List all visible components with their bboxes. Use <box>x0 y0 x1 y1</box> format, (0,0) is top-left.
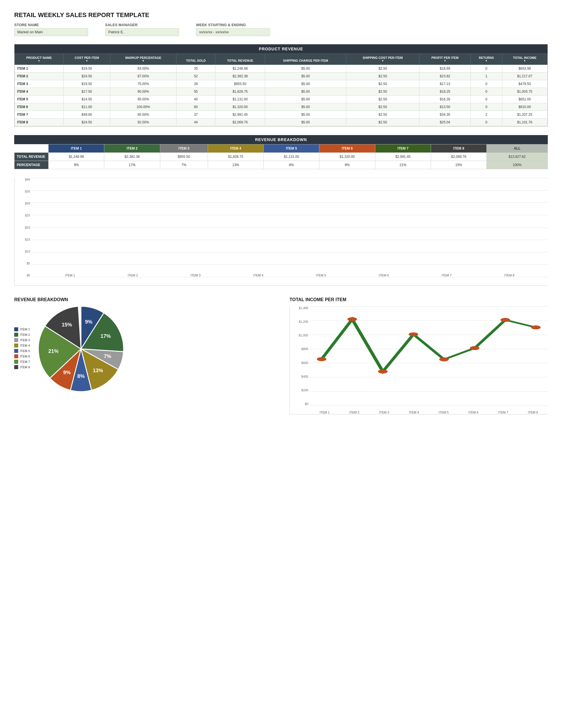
table-cell: $2.50 <box>346 65 419 73</box>
breakdown-cell: $2,382.38 <box>104 153 160 161</box>
table-cell: $1,248.98 <box>215 65 265 73</box>
pie-label: 15% <box>62 322 72 328</box>
pie-legend-item: ITEM 2 <box>14 333 30 337</box>
breakdown-all-header: ALL <box>487 144 548 153</box>
col-total-income[interactable]: TOTAL INCOME ▼ <box>502 54 547 65</box>
breakdown-cell: 9% <box>49 161 104 169</box>
grid-line <box>32 240 548 240</box>
grid-line <box>32 215 548 215</box>
bar-y-label: $20 <box>14 226 30 229</box>
table-cell: $5.00 <box>265 111 346 119</box>
line-y-label: $1,400 <box>290 306 308 310</box>
table-cell: $479.50 <box>502 80 547 88</box>
week-label: WEEK STARTING & ENDING <box>196 23 270 27</box>
pie-label: 7% <box>104 353 111 359</box>
line-x-label: ITEM 1 <box>319 411 329 414</box>
col-cost-per-item[interactable]: COST PER ITEM ▼ <box>63 54 110 65</box>
table-cell: 37 <box>177 111 215 119</box>
breakdown-item2-header: ITEM 2 <box>104 144 160 153</box>
table-cell: $23.82 <box>419 73 471 80</box>
table-cell: ITEM 1 <box>15 65 64 73</box>
table-cell: 28 <box>177 80 215 88</box>
pie-legend-color <box>14 338 18 342</box>
table-cell: $2.50 <box>346 73 419 80</box>
table-cell: $19.50 <box>63 80 110 88</box>
revenue-breakdown-table: ITEM 1 ITEM 2 ITEM 3 ITEM 4 ITEM 5 ITEM … <box>14 144 548 169</box>
sales-manager-label: SALES MANAGER <box>105 23 179 27</box>
pie-legend-item: ITEM 7 <box>14 360 30 364</box>
pie-legend-label: ITEM 7 <box>20 360 30 363</box>
pie-legend-color <box>14 327 18 331</box>
breakdown-item1-header: ITEM 1 <box>49 144 104 153</box>
grid-line <box>32 227 548 228</box>
col-product-name[interactable]: PRODUCT NAME ▼ <box>15 54 64 65</box>
breakdown-row-label: TOTAL REVENUE <box>14 153 49 161</box>
breakdown-cell: 15% <box>431 161 486 169</box>
line-chart-title: TOTAL INCOME PER ITEM <box>289 297 548 302</box>
pie-chart-container: ITEM 1ITEM 2ITEM 3ITEM 4ITEM 5ITEM 6ITEM… <box>14 306 273 392</box>
table-cell: $5.00 <box>265 65 346 73</box>
pie-label: 21% <box>48 348 59 354</box>
pie-legend-color <box>14 344 18 348</box>
col-returns[interactable]: RETURNS ▼ <box>471 54 502 65</box>
bar-chart-section: $40$35$30$25$20$15$10$5$0 ITEM 1ITEM 2IT… <box>14 178 548 286</box>
table-cell: 0 <box>471 96 502 103</box>
pie-legend-label: ITEM 8 <box>20 365 30 369</box>
table-cell: $5.00 <box>265 73 346 80</box>
table-cell: 92.00% <box>110 119 177 126</box>
table-cell: $5.00 <box>265 103 346 111</box>
bar-chart-container: $40$35$30$25$20$15$10$5$0 ITEM 1ITEM 2IT… <box>14 178 548 286</box>
table-cell: 1 <box>471 73 502 80</box>
col-markup-pct[interactable]: MARKUP PERCENTAGE ▼ <box>110 54 177 65</box>
table-cell: 0 <box>471 103 502 111</box>
table-cell: 0 <box>471 65 502 73</box>
line-y-label: $600 <box>290 361 308 365</box>
table-cell: $18.69 <box>419 65 471 73</box>
table-cell: 83.00% <box>110 65 177 73</box>
bar-y-label: $10 <box>14 250 30 253</box>
col-shipping-cost[interactable]: SHIPPING COST PER ITEM ▼ <box>346 54 419 65</box>
table-cell: $16.28 <box>419 96 471 103</box>
bar-y-label: $40 <box>14 178 30 181</box>
line-y-label: $1,000 <box>290 334 308 337</box>
breakdown-cell: 13% <box>208 161 264 169</box>
pie-legend-color <box>14 360 18 364</box>
table-cell: ITEM 6 <box>15 103 64 111</box>
col-shipping-charge[interactable]: SHIPPING CHARGE PER ITEM <box>265 54 346 65</box>
line-x-label: ITEM 4 <box>409 411 419 414</box>
breakdown-cell: $1,320.00 <box>319 153 375 161</box>
table-cell: 60 <box>177 103 215 111</box>
table-cell: 35 <box>177 65 215 73</box>
pie-legend-label: ITEM 2 <box>20 333 30 336</box>
sales-manager-value: Patrick E. <box>105 28 179 36</box>
table-cell: $1,101.76 <box>502 119 547 126</box>
col-total-revenue[interactable]: TOTAL REVENUE <box>215 54 265 65</box>
grid-line <box>32 277 548 277</box>
bar-chart-grid <box>32 178 548 277</box>
line-data-point <box>501 318 510 322</box>
line-y-label: $200 <box>290 388 308 392</box>
table-cell: $955.50 <box>215 80 265 88</box>
grid-line <box>32 252 548 253</box>
table-cell: $2.50 <box>346 96 419 103</box>
pie-label: 8% <box>77 373 85 379</box>
table-row: ITEM 3$19.5075.00%28$955.50$5.00$2.50$17… <box>15 80 548 88</box>
col-profit-per-item[interactable]: PROFIT PER ITEM ▼ <box>419 54 471 65</box>
pie-legend-color <box>14 365 18 369</box>
table-cell: 0 <box>471 88 502 96</box>
pie-legend-item: ITEM 5 <box>14 349 30 353</box>
breakdown-item8-header: ITEM 8 <box>431 144 486 153</box>
table-cell: 0 <box>471 119 502 126</box>
table-cell: $5.00 <box>265 80 346 88</box>
table-cell: 55 <box>177 88 215 96</box>
product-revenue-section: PRODUCT REVENUE PRODUCT NAME ▼ COST PER … <box>14 44 548 127</box>
breakdown-item6-header: ITEM 6 <box>319 144 375 153</box>
table-row: ITEM 7$49.0065.00%37$2,991.45$5.00$2.50$… <box>15 111 548 119</box>
table-cell: $2,991.45 <box>215 111 265 119</box>
bar-y-label: $5 <box>14 262 30 265</box>
pie-legend-item: ITEM 6 <box>14 354 30 358</box>
col-total-sold[interactable]: TOTAL SOLD <box>177 54 215 65</box>
line-x-label: ITEM 6 <box>468 411 478 414</box>
breakdown-row: TOTAL REVENUE$1,248.98$2,382.38$955.50$1… <box>14 153 548 161</box>
table-cell: $24.50 <box>63 73 110 80</box>
